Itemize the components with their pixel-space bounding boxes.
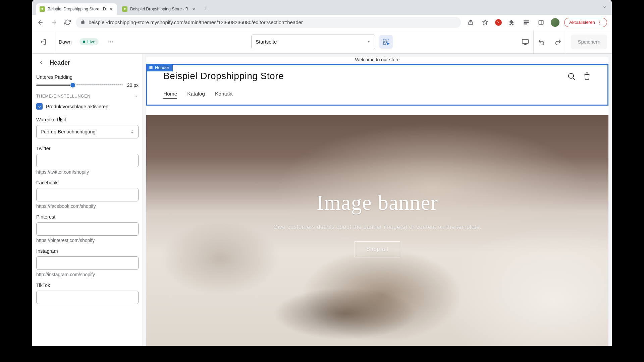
padding-slider[interactable] xyxy=(36,82,123,88)
instagram-input[interactable] xyxy=(36,256,139,270)
close-icon[interactable]: ✕ xyxy=(109,7,113,11)
status-dot-icon xyxy=(83,41,85,43)
section-selection-tag[interactable]: Header xyxy=(146,64,173,71)
tab-list-caret-icon[interactable] xyxy=(602,5,607,11)
instagram-label: Instagram xyxy=(36,248,139,254)
facebook-input[interactable] xyxy=(36,188,139,201)
preview-nav: Home Katalog Kontakt xyxy=(163,91,591,99)
editor-toolbar: Dawn Live Startseite xyxy=(32,30,612,54)
theme-settings-section-toggle[interactable]: THEME-EINSTELLUNGEN xyxy=(36,94,139,99)
theme-name: Dawn xyxy=(59,39,71,45)
product-suggestions-label: Produktvorschläge aktivieren xyxy=(46,104,108,109)
nav-home[interactable]: Home xyxy=(163,91,177,99)
sidebar-title: Header xyxy=(50,59,70,66)
redo-button[interactable] xyxy=(550,30,566,54)
pinterest-label: Pinterest xyxy=(36,214,139,220)
announcement-bar: Welcome to our store xyxy=(146,57,608,61)
section-tag-label: Header xyxy=(155,65,169,70)
reload-button[interactable] xyxy=(62,17,72,27)
address-bar[interactable]: beispiel-dropshipping-store.myshopify.co… xyxy=(76,17,461,28)
browser-tab-inactive[interactable]: Beispiel Dropshipping Store · B ✕ xyxy=(119,3,199,15)
checkbox-checked-icon[interactable] xyxy=(36,103,43,110)
padding-label: Unteres Padding xyxy=(36,74,139,80)
new-tab-button[interactable]: + xyxy=(201,4,211,14)
tiktok-input[interactable] xyxy=(36,291,139,304)
section-caption-label: THEME-EINSTELLUNGEN xyxy=(36,94,91,99)
twitter-help: https://twitter.com/shopify xyxy=(36,169,139,175)
kebab-icon: ⋮ xyxy=(597,20,602,25)
svg-rect-4 xyxy=(539,20,543,24)
save-label: Speichern xyxy=(578,39,600,45)
svg-point-16 xyxy=(569,73,574,78)
preview-frame: Welcome to our store Header Beispiel Dro… xyxy=(146,57,608,346)
shopify-favicon xyxy=(40,6,45,12)
save-button[interactable]: Speichern xyxy=(571,35,607,49)
separator xyxy=(566,30,566,54)
reading-list-icon[interactable] xyxy=(521,17,531,27)
svg-point-8 xyxy=(112,41,113,42)
undo-button[interactable] xyxy=(534,30,550,54)
preview-area: Welcome to our store Header Beispiel Dro… xyxy=(143,54,612,346)
extension-adblock-icon[interactable] xyxy=(495,19,502,26)
nav-catalog[interactable]: Katalog xyxy=(187,91,205,99)
update-button[interactable]: Aktualisieren ⋮ xyxy=(564,18,607,27)
browser-tab-active[interactable]: Beispiel Dropshipping Store · D ✕ xyxy=(36,3,117,15)
svg-rect-3 xyxy=(524,23,527,24)
nav-contact[interactable]: Kontakt xyxy=(215,91,233,99)
svg-rect-10 xyxy=(387,39,389,41)
banner-subtitle[interactable]: Give customers details about the banner … xyxy=(273,224,481,231)
lock-icon xyxy=(80,19,85,25)
svg-rect-9 xyxy=(383,39,385,41)
exit-editor-button[interactable] xyxy=(37,36,49,48)
svg-rect-12 xyxy=(522,39,528,43)
browser-tabbar: Beispiel Dropshipping Store · D ✕ Beispi… xyxy=(32,0,612,15)
banner-title[interactable]: Image banner xyxy=(273,190,481,215)
svg-rect-2 xyxy=(524,22,529,23)
page-select-value: Startseite xyxy=(256,39,277,45)
store-title[interactable]: Beispiel Dropshipping Store xyxy=(163,71,591,81)
svg-rect-1 xyxy=(524,20,529,21)
browser-toolbar: beispiel-dropshipping-store.myshopify.co… xyxy=(32,15,612,30)
section-icon xyxy=(149,66,153,70)
tiktok-label: TikTok xyxy=(36,283,139,288)
facebook-help: https://facebook.com/shopify xyxy=(36,203,139,209)
sidebar-back-button[interactable] xyxy=(36,58,46,68)
caret-down-icon xyxy=(366,40,371,44)
star-icon[interactable] xyxy=(480,17,490,27)
caret-down-icon xyxy=(134,94,139,99)
twitter-label: Twitter xyxy=(36,146,139,151)
live-label: Live xyxy=(87,39,95,44)
preview-header-section[interactable]: Header Beispiel Dropshipping Store Home xyxy=(146,64,608,106)
banner-shop-all-button[interactable]: Shop all xyxy=(355,241,400,257)
tab-title: Beispiel Dropshipping Store · B xyxy=(130,7,189,11)
search-icon[interactable] xyxy=(567,72,576,82)
settings-sidebar: Header Unteres Padding 20 px THEME-EINST… xyxy=(32,54,143,346)
side-panel-icon[interactable] xyxy=(536,17,546,27)
pinterest-input[interactable] xyxy=(36,222,139,236)
preview-image-banner[interactable]: Image banner Give customers details abou… xyxy=(146,115,608,346)
cart-style-value: Pop-up-Benachrichtigung xyxy=(41,129,96,134)
twitter-input[interactable] xyxy=(36,154,139,167)
slider-thumb[interactable] xyxy=(70,82,76,88)
svg-rect-15 xyxy=(150,68,153,69)
more-actions-button[interactable] xyxy=(105,37,116,47)
svg-rect-11 xyxy=(383,42,385,44)
product-suggestions-checkbox-row[interactable]: Produktvorschläge aktivieren xyxy=(36,103,139,110)
inspector-button[interactable] xyxy=(379,35,393,49)
padding-value: 20 px xyxy=(127,82,139,88)
share-icon[interactable] xyxy=(466,17,476,27)
close-icon[interactable]: ✕ xyxy=(191,7,196,11)
page-template-select[interactable]: Startseite xyxy=(251,35,375,49)
svg-rect-14 xyxy=(150,67,153,68)
svg-line-17 xyxy=(573,78,575,79)
update-label: Aktualisieren xyxy=(569,20,595,25)
viewport-desktop-button[interactable] xyxy=(517,30,533,54)
cart-style-select[interactable]: Pop-up-Benachrichtigung xyxy=(36,125,139,138)
extensions-icon[interactable] xyxy=(506,17,517,27)
back-button[interactable] xyxy=(36,17,46,27)
separator xyxy=(54,30,54,54)
cart-icon[interactable] xyxy=(583,72,591,82)
cart-style-label: Warenkorbstil xyxy=(36,117,139,122)
forward-button[interactable] xyxy=(49,17,59,27)
profile-avatar[interactable] xyxy=(551,18,559,27)
